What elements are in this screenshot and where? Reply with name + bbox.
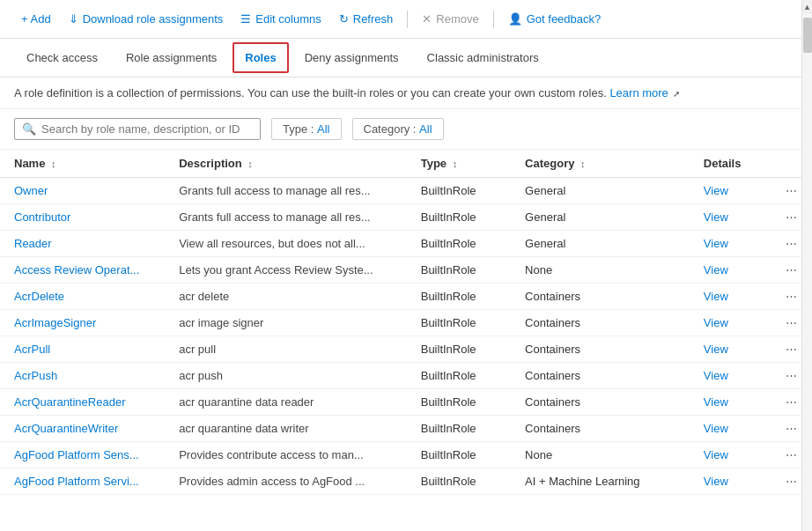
remove-button[interactable]: ✕ Remove xyxy=(415,8,485,30)
cell-name[interactable]: AcrImageSigner xyxy=(0,310,165,336)
cell-view[interactable]: View xyxy=(690,310,771,336)
columns-icon: ☰ xyxy=(240,12,251,26)
cell-category: Containers xyxy=(511,336,690,363)
cell-view[interactable]: View xyxy=(690,257,771,284)
sort-desc-icon: ↕ xyxy=(247,159,253,169)
cell-type: BuiltInRole xyxy=(407,389,511,416)
remove-icon: ✕ xyxy=(422,12,432,26)
col-type[interactable]: Type ↕ xyxy=(407,150,511,178)
tab-roles[interactable]: Roles xyxy=(233,42,288,73)
cell-description: acr pull xyxy=(165,336,407,363)
cell-name[interactable]: Contributor xyxy=(0,204,165,231)
cell-view[interactable]: View xyxy=(690,442,771,468)
download-button[interactable]: ⇓ Download role assignments xyxy=(62,8,231,30)
cell-category: None xyxy=(511,257,690,284)
separator-1 xyxy=(407,11,408,28)
scroll-up-arrow[interactable]: ▲ xyxy=(802,0,813,14)
cell-description: Lets you grant Access Review Syste... xyxy=(165,257,407,284)
cell-name[interactable]: Access Review Operat... xyxy=(0,257,165,284)
cell-description: acr delete xyxy=(165,284,407,310)
cell-view[interactable]: View xyxy=(690,416,771,442)
toolbar: + Add ⇓ Download role assignments ☰ Edit… xyxy=(0,0,812,39)
category-filter[interactable]: Category : All xyxy=(352,118,444,140)
cell-category: Containers xyxy=(511,310,690,336)
tab-role-assignments[interactable]: Role assignments xyxy=(114,42,229,73)
cell-description: Provides admin access to AgFood ... xyxy=(165,468,407,495)
table-row: AgFood Platform Sens... Provides contrib… xyxy=(0,442,812,468)
scroll-thumb[interactable] xyxy=(803,18,812,53)
download-icon: ⇓ xyxy=(69,12,78,26)
col-name[interactable]: Name ↕ xyxy=(0,150,165,178)
cell-view[interactable]: View xyxy=(690,178,771,204)
cell-type: BuiltInRole xyxy=(407,468,511,495)
tab-deny-assignments[interactable]: Deny assignments xyxy=(292,42,411,73)
cell-type: BuiltInRole xyxy=(407,284,511,310)
cell-category: General xyxy=(511,231,690,257)
cell-type: BuiltInRole xyxy=(407,204,511,231)
cell-name[interactable]: AcrPush xyxy=(0,363,165,389)
cell-name[interactable]: AgFood Platform Servi... xyxy=(0,468,165,495)
cell-name[interactable]: AcrQuarantineWriter xyxy=(0,416,165,442)
cell-type: BuiltInRole xyxy=(407,416,511,442)
table-header: Name ↕ Description ↕ Type ↕ Category ↕ D… xyxy=(0,150,812,178)
table-row: Contributor Grants full access to manage… xyxy=(0,204,812,231)
cell-description: acr image signer xyxy=(165,310,407,336)
cell-name[interactable]: Owner xyxy=(0,178,165,204)
cell-name[interactable]: AcrQuarantineReader xyxy=(0,389,165,416)
info-text: A role definition is a collection of per… xyxy=(14,86,607,100)
feedback-button[interactable]: 👤 Got feedback? xyxy=(501,8,609,30)
type-label: Type : xyxy=(283,122,314,136)
external-link-icon: ➚ xyxy=(673,89,680,99)
feedback-icon: 👤 xyxy=(508,12,522,26)
search-box[interactable]: 🔍 xyxy=(14,118,261,140)
cell-name[interactable]: AgFood Platform Sens... xyxy=(0,442,165,468)
cell-view[interactable]: View xyxy=(690,468,771,495)
cell-view[interactable]: View xyxy=(690,336,771,363)
cell-name[interactable]: Reader xyxy=(0,231,165,257)
cell-view[interactable]: View xyxy=(690,389,771,416)
type-filter[interactable]: Type : All xyxy=(271,118,342,140)
category-label: Category : xyxy=(364,122,417,136)
cell-description: View all resources, but does not all... xyxy=(165,231,407,257)
cell-view[interactable]: View xyxy=(690,204,771,231)
refresh-icon: ↻ xyxy=(339,12,349,26)
roles-table-container: Name ↕ Description ↕ Type ↕ Category ↕ D… xyxy=(0,150,812,527)
right-scrollbar[interactable]: ▲ xyxy=(801,0,812,531)
cell-type: BuiltInRole xyxy=(407,442,511,468)
table-row: Access Review Operat... Lets you grant A… xyxy=(0,257,812,284)
col-description[interactable]: Description ↕ xyxy=(165,150,407,178)
cell-description: acr quarantine data reader xyxy=(165,389,407,416)
cell-category: Containers xyxy=(511,363,690,389)
cell-type: BuiltInRole xyxy=(407,363,511,389)
refresh-button[interactable]: ↻ Refresh xyxy=(332,8,401,30)
cell-category: Containers xyxy=(511,284,690,310)
sort-name-icon: ↕ xyxy=(51,159,56,169)
cell-type: BuiltInRole xyxy=(407,310,511,336)
tab-classic-administrators[interactable]: Classic administrators xyxy=(415,42,551,73)
cell-view[interactable]: View xyxy=(690,284,771,310)
learn-more-link[interactable]: Learn more xyxy=(609,86,668,100)
category-value: All xyxy=(419,122,432,136)
cell-name[interactable]: AcrPull xyxy=(0,336,165,363)
cell-type: BuiltInRole xyxy=(407,231,511,257)
cell-view[interactable]: View xyxy=(690,363,771,389)
cell-category: Containers xyxy=(511,389,690,416)
sort-type-icon: ↕ xyxy=(453,159,458,169)
tab-check-access[interactable]: Check access xyxy=(14,42,110,73)
search-input[interactable] xyxy=(41,122,253,136)
sort-cat-icon: ↕ xyxy=(580,159,586,169)
col-category[interactable]: Category ↕ xyxy=(511,150,690,178)
cell-view[interactable]: View xyxy=(690,231,771,257)
table-row: Reader View all resources, but does not … xyxy=(0,231,812,257)
cell-type: BuiltInRole xyxy=(407,257,511,284)
cell-category: General xyxy=(511,204,690,231)
edit-columns-button[interactable]: ☰ Edit columns xyxy=(233,8,328,30)
cell-description: Grants full access to manage all res... xyxy=(165,204,407,231)
add-button[interactable]: + Add xyxy=(14,8,58,30)
info-bar: A role definition is a collection of per… xyxy=(0,77,812,109)
cell-category: General xyxy=(511,178,690,204)
cell-type: BuiltInRole xyxy=(407,336,511,363)
table-row: AcrImageSigner acr image signer BuiltInR… xyxy=(0,310,812,336)
cell-name[interactable]: AcrDelete xyxy=(0,284,165,310)
table-row: AcrPull acr pull BuiltInRole Containers … xyxy=(0,336,812,363)
